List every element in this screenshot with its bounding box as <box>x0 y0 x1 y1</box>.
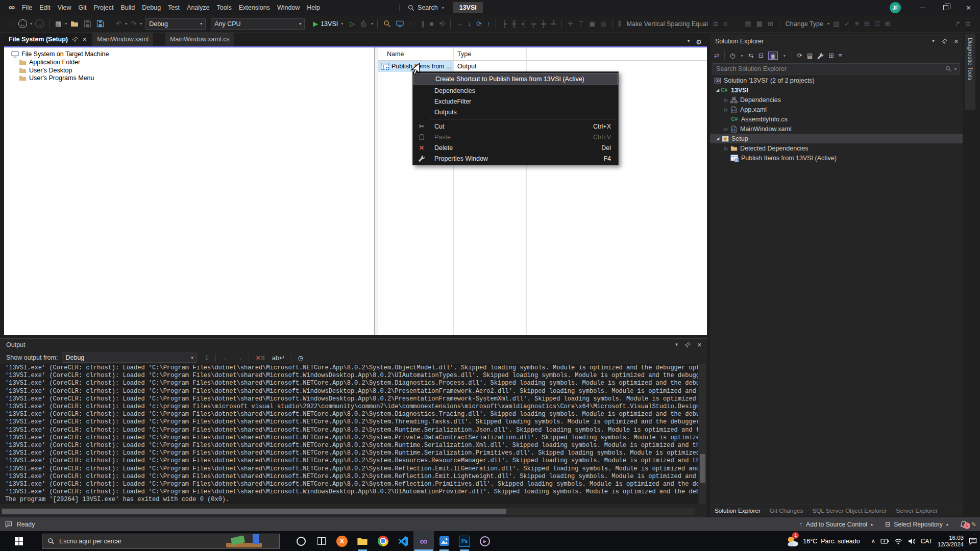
step-into-button[interactable]: ↓ <box>468 19 472 29</box>
align-bottoms-button[interactable]: ╧ <box>551 19 556 29</box>
next-message-icon[interactable]: → <box>236 354 242 362</box>
preview-selected-items-icon[interactable]: ▣ <box>768 52 778 60</box>
horizontal-scrollbar[interactable] <box>1 508 695 515</box>
tab-list-dropdown-icon[interactable]: ▾ <box>688 38 690 46</box>
output-console[interactable]: '13VSI.exe' (CoreCLR: clrhost): Loaded '… <box>0 364 698 504</box>
tab-mainwindow-xaml-cs[interactable]: MainWindow.xaml.cs <box>165 33 234 46</box>
menu-item-delete[interactable]: ✕ Delete Del <box>413 142 618 153</box>
tree-item-mainwindow-xaml[interactable]: ▷ MainWindow.xaml <box>710 124 963 134</box>
chevron-down-icon[interactable]: ▾ <box>140 21 142 26</box>
toolbar-drag-handle[interactable]: ⋮⋮ <box>6 21 15 27</box>
center-horizontal-button[interactable]: ◎ <box>600 19 606 29</box>
save-all-button[interactable] <box>96 20 104 28</box>
find-in-files-button[interactable] <box>383 20 391 28</box>
weather-widget[interactable]: 1 16°C Parc. soleado <box>786 535 860 548</box>
menu-build[interactable]: Build <box>117 0 138 15</box>
chevron-down-icon[interactable]: ▾ <box>65 21 67 26</box>
tree-item-root[interactable]: File System on Target Machine <box>11 50 109 58</box>
size-to-grid-button[interactable]: ⊤ <box>578 19 584 29</box>
table-button[interactable]: ⊞ <box>768 19 773 29</box>
vertical-scrollbar[interactable] <box>699 364 706 504</box>
solution-platforms-dropdown[interactable]: Any CPU▾ <box>211 18 305 30</box>
clear-all-icon[interactable]: ✕≡ <box>255 354 265 362</box>
close-icon[interactable]: ✕ <box>82 36 87 43</box>
sync-with-active-document-icon[interactable]: ⇆ <box>749 52 754 59</box>
collapse-all-icon[interactable]: ⊟ <box>758 52 764 59</box>
tab-solution-explorer[interactable]: Solution Explorer <box>710 507 765 514</box>
align-rights-button[interactable]: ╡ <box>522 19 526 29</box>
search-icon[interactable] <box>945 66 951 72</box>
app-icon-visual-studio[interactable]: ∞ <box>413 531 434 551</box>
window-position-icon[interactable]: ▾ <box>675 342 678 348</box>
menu-git[interactable]: Git <box>75 0 90 15</box>
navigate-back-button[interactable]: ← <box>18 19 27 28</box>
collapsed-arrow-icon[interactable]: ▷ <box>724 127 729 132</box>
share-button[interactable]: ↱ <box>955 19 961 29</box>
close-button[interactable]: ✕ <box>957 0 980 15</box>
chevron-up-icon[interactable]: ▴ <box>871 522 873 527</box>
outline-button[interactable]: ≡ <box>855 19 859 29</box>
redo-button[interactable]: ↷ <box>131 19 136 29</box>
scrollbar-thumb[interactable] <box>2 509 506 514</box>
pending-changes-filter-icon[interactable]: ◷ <box>730 52 735 59</box>
new-project-button[interactable]: ▦ <box>55 19 61 29</box>
menu-file[interactable]: File <box>18 0 36 15</box>
menu-test[interactable]: Test <box>164 0 183 15</box>
pin-icon[interactable] <box>684 342 691 348</box>
app-icon-file-explorer[interactable] <box>352 531 373 551</box>
undo-button[interactable]: ↶ <box>116 19 121 29</box>
switch-views-icon[interactable]: ⇄ <box>714 52 719 59</box>
menu-window[interactable]: Window <box>274 0 303 15</box>
pin-icon[interactable] <box>72 36 78 42</box>
rename-button[interactable]: ▥ <box>833 19 839 29</box>
app-icon-panels[interactable] <box>311 531 332 551</box>
user-avatar[interactable]: JF <box>890 2 901 13</box>
chevron-down-icon[interactable]: ▾ <box>827 21 829 26</box>
close-icon[interactable]: ✕ <box>954 38 959 45</box>
grid-row-publish-items[interactable]: Publish Items from ... Output <box>378 61 707 72</box>
solution-explorer-header[interactable]: Solution Explorer ▾ ✕ <box>710 34 963 49</box>
solution-configurations-dropdown[interactable]: Debug▾ <box>145 18 206 30</box>
menu-item-create-shortcut[interactable]: Create Shortcut to Publish Items from 13… <box>413 73 618 85</box>
menu-item-cut[interactable]: ✂ Cut Ctrl+X <box>413 121 618 132</box>
clock[interactable]: 16:03 12/3/2024 <box>938 535 964 548</box>
start-without-debugging-button[interactable]: ▷ <box>350 19 355 29</box>
menu-item-outputs[interactable]: Outputs <box>413 107 618 117</box>
word-wrap-icon[interactable]: ab↵ <box>272 354 285 362</box>
tree-item-project-13vsi[interactable]: ◢ C# 13VSI <box>710 85 963 95</box>
menu-help[interactable]: Help <box>303 0 324 15</box>
chevron-down-icon[interactable]: ▾ <box>783 54 786 58</box>
navigate-forward-button[interactable]: → <box>35 19 44 28</box>
titlebar-search[interactable]: Search ▾ <box>399 4 445 11</box>
tab-mainwindow-xaml[interactable]: MainWindow.xaml <box>92 33 153 46</box>
tree-item-detected-dependencies[interactable]: ▷ Detected Dependencies <box>710 143 963 153</box>
tab-server-explorer[interactable]: Server Explorer <box>891 507 942 514</box>
add-item-icon[interactable]: ⊞ <box>828 52 834 59</box>
output-header[interactable]: Output ▾ ✕ <box>0 339 707 351</box>
collapsed-arrow-icon[interactable]: ▷ <box>724 107 729 112</box>
relationships-button[interactable]: ⊞ <box>885 19 891 29</box>
notifications-bell-button[interactable]: 1 <box>960 520 968 529</box>
menu-project[interactable]: Project <box>90 0 117 15</box>
menu-item-dependencies[interactable]: Dependencies <box>413 85 618 96</box>
app-icon-xampp[interactable]: X <box>332 531 352 551</box>
show-all-files-icon[interactable]: ▤ <box>807 52 813 59</box>
chevron-down-icon[interactable]: ▾ <box>125 21 127 26</box>
expanded-arrow-icon[interactable]: ◢ <box>715 88 720 92</box>
battery-icon[interactable] <box>880 537 889 545</box>
show-next-statement-button[interactable]: → <box>456 19 463 29</box>
chevron-down-icon[interactable]: ▾ <box>371 21 373 26</box>
schema-button[interactable]: ⊟ <box>864 19 870 29</box>
keyboard-language[interactable]: CAT <box>921 538 933 545</box>
make-same-size-button[interactable]: ▣ <box>589 19 595 29</box>
tab-order-button[interactable]: ▤ <box>745 19 751 29</box>
tree-item-solution[interactable]: Solution '13VSI' (2 of 2 projects) <box>710 76 963 85</box>
key-button[interactable]: ⚿ <box>875 19 880 29</box>
tree-item-app-xaml[interactable]: ▷ App.xaml <box>710 105 963 114</box>
snap-grid-button[interactable]: ✛ <box>568 19 573 29</box>
start-debugging-button[interactable]: ▶ 13VSI ▾ <box>310 19 344 29</box>
add-to-source-control-button[interactable]: Add to Source Control <box>806 521 867 528</box>
change-type-label[interactable]: Change Type <box>786 20 823 28</box>
column-header-name[interactable]: Name <box>378 51 453 58</box>
expanded-arrow-icon[interactable]: ◢ <box>715 136 720 141</box>
